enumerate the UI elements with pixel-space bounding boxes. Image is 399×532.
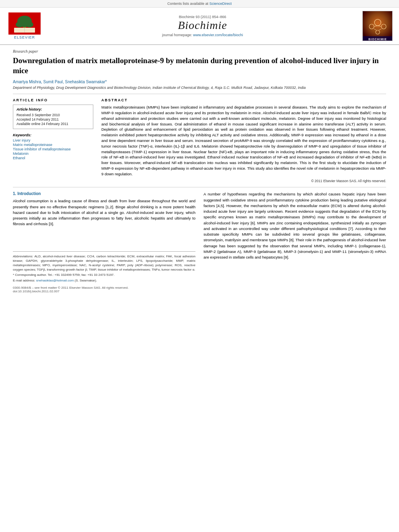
intro-label: Introduction xyxy=(17,191,41,196)
email-footnote: E-mail address: snehasiktas@hotmail.com … xyxy=(13,278,195,283)
article-history-box: Article history: Received 3 September 20… xyxy=(13,105,93,129)
page-body: Research paper Downregulation of matrix … xyxy=(0,45,399,297)
doi-line: doi:10.1016/j.biochi.2011.02.007 xyxy=(13,290,195,293)
top-bar: Contents lists available at ScienceDirec… xyxy=(0,0,399,8)
journal-header: ELSEVIER Biochimie 93 (2011) 854–866 Bio… xyxy=(0,8,399,45)
keyword-4: Melatonin xyxy=(13,152,93,156)
email-label: E-mail address: xyxy=(13,279,36,282)
copyright: © 2011 Elsevier Masson SAS. All rights r… xyxy=(101,179,386,183)
biochimie-logo-svg: BIOCHIMIE xyxy=(363,11,393,41)
keyword-5: Ethanol xyxy=(13,156,93,160)
intro-paragraph-1: Alcohol consumption is a leading cause o… xyxy=(13,198,195,227)
intro-number: 1. xyxy=(13,191,16,196)
introduction-title: 1. Introduction xyxy=(13,191,195,196)
divider-2 xyxy=(13,187,386,187)
keyword-2: Matrix metalloproteinase xyxy=(13,143,93,147)
elsevier-logo-image xyxy=(8,12,41,35)
keyword-3: Tissue inhibitor of metalloproteinase xyxy=(13,147,93,151)
body-left-column: 1. Introduction Alcohol consumption is a… xyxy=(13,191,195,293)
svg-point-3 xyxy=(16,22,24,27)
abbreviations-footnote: Abbreviations: ALD, alcohol-induced live… xyxy=(13,254,195,272)
svg-text:BIOCHIMIE: BIOCHIMIE xyxy=(368,38,387,41)
issn-line: 0300-9084/$ – see front matter © 2011 El… xyxy=(13,286,195,290)
abbrev-label: Abbreviations: xyxy=(13,255,33,258)
abbrev-text: ALD, alcohol-induced liver disease; CCl4… xyxy=(13,255,195,272)
received-date: Received 3 September 2010 xyxy=(16,113,90,117)
affiliation: Department of Physiology, Drug Developme… xyxy=(13,86,386,90)
body-section: 1. Introduction Alcohol consumption is a… xyxy=(13,191,386,293)
article-type: Research paper xyxy=(13,49,386,53)
body-right-column: A number of hypotheses regarding the mec… xyxy=(204,191,386,293)
keywords-box: Keywords: Liver injury Matrix metallopro… xyxy=(13,133,93,160)
svg-point-4 xyxy=(25,22,33,27)
elsevier-logo: ELSEVIER xyxy=(6,12,43,39)
homepage-link[interactable]: www.elsevier.com/locate/biochi xyxy=(193,33,243,37)
accepted-date: Accepted 14 February 2011 xyxy=(16,117,90,121)
sciencedirect-text: Contents lists available at xyxy=(167,2,210,6)
info-abstract-section: ARTICLE INFO Article history: Received 3… xyxy=(13,98,386,183)
keywords-label: Keywords: xyxy=(13,133,93,137)
journal-volume: Biochimie 93 (2011) 854–866 xyxy=(51,15,354,19)
intro-paragraph-2: A number of hypotheses regarding the mec… xyxy=(204,191,386,260)
bottom-info: 0300-9084/$ – see front matter © 2011 El… xyxy=(13,286,195,293)
email-suffix: (S. Swarnakar). xyxy=(74,279,97,282)
journal-title: Biochimie xyxy=(51,19,354,32)
abstract-text: Matrix metalloproteinases (MMPs) have be… xyxy=(101,105,386,177)
article-info-column: ARTICLE INFO Article history: Received 3… xyxy=(13,98,93,183)
abstract-column: ABSTRACT Matrix metalloproteinases (MMPs… xyxy=(101,98,386,183)
history-label: Article history: xyxy=(16,107,90,111)
keyword-1: Liver injury xyxy=(13,138,93,142)
article-title: Downregulation of matrix metalloproteina… xyxy=(13,56,386,76)
journal-center: Biochimie 93 (2011) 854–866 Biochimie jo… xyxy=(51,15,354,37)
footnote-area: Abbreviations: ALD, alcohol-induced live… xyxy=(13,251,195,283)
journal-homepage: journal homepage: www.elsevier.com/locat… xyxy=(51,33,354,37)
corresponding-footnote: * Corresponding author. Tel.: +91 332499… xyxy=(13,273,195,277)
elsevier-text: ELSEVIER xyxy=(14,35,35,39)
biochimie-logo: BIOCHIMIE xyxy=(362,11,393,41)
article-info-heading: ARTICLE INFO xyxy=(13,98,93,102)
email-link[interactable]: snehasiktas@hotmail.com xyxy=(36,279,74,282)
abstract-heading: ABSTRACT xyxy=(101,98,386,102)
sciencedirect-link[interactable]: ScienceDirect xyxy=(210,2,232,6)
authors: Amartya Mishra, Sumit Paul, Snehasikta S… xyxy=(13,80,386,84)
divider-1 xyxy=(13,94,386,94)
homepage-label: journal homepage: xyxy=(162,33,193,37)
available-date: Available online 24 February 2011 xyxy=(16,122,90,126)
